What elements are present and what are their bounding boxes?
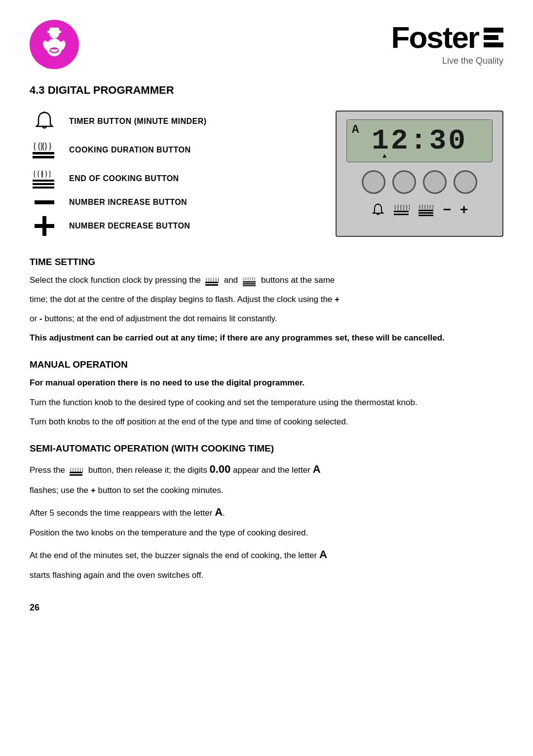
plus-icon [30, 215, 59, 237]
semi-auto-p4: Position the two knobs on the temperatur… [30, 526, 503, 540]
svg-text:}}}: }}} [39, 141, 52, 151]
section-title: DIGITAL PROGRAMMER [48, 84, 174, 96]
panel-minus-sym[interactable]: − [443, 202, 451, 218]
svg-rect-14 [33, 180, 54, 182]
panel-plus-sym[interactable]: + [460, 202, 468, 218]
svg-text:{{{}}}: {{{}}} [419, 203, 434, 209]
svg-rect-16 [33, 187, 54, 189]
brand-decoration [484, 28, 503, 47]
semi-auto-title: SEMI-AUTOMATIC OPERATION (WITH COOKING T… [30, 443, 503, 454]
panel-button-3[interactable] [423, 170, 447, 194]
lcd-display: A ▲ 12:30 [346, 119, 493, 162]
time-setting-section: TIME SETTING Select the clock function c… [30, 257, 503, 345]
time-setting-p2: time; the dot at the centre of the displ… [30, 293, 503, 307]
bell-icon [30, 111, 59, 132]
svg-rect-37 [70, 474, 82, 476]
svg-text:{{{}}}: {{{}}} [205, 277, 219, 282]
panel-flame1-icon: {{{}}} [394, 203, 410, 217]
svg-rect-36 [70, 472, 82, 473]
svg-text:{{{}}}: {{{}}} [394, 204, 410, 211]
flame2-icon: {{{ }}} [30, 168, 59, 189]
svg-rect-23 [394, 214, 409, 215]
svg-rect-19 [42, 216, 46, 236]
panel-bell-icon [371, 203, 385, 217]
svg-rect-33 [243, 283, 256, 285]
legend-item-timer: TIMER BUTTON (MINUTE MINDER) [30, 111, 316, 132]
legend-item-duration: {{{ }}} COOKING DURATION BUTTON [30, 139, 316, 161]
semi-auto-p3: After 5 seconds the time reappears with … [30, 503, 503, 521]
panel-flame2-icon: {{{}}} [419, 203, 434, 217]
brand-tagline: Live the Quality [442, 56, 503, 66]
legend-text-timer: TIMER BUTTON (MINUTE MINDER) [69, 117, 207, 126]
time-setting-warning: This adjustment can be carried out at an… [30, 331, 503, 345]
minus-icon [30, 196, 59, 208]
svg-rect-29 [205, 282, 218, 283]
foster-brand: Foster Live the Quality [391, 20, 503, 66]
page-number: 26 [30, 603, 503, 613]
semi-auto-flame-icon: {{{}}} [70, 465, 83, 476]
panel-button-2[interactable] [392, 170, 416, 194]
svg-rect-27 [419, 215, 433, 216]
semi-auto-section: SEMI-AUTOMATIC OPERATION (WITH COOKING T… [30, 443, 503, 583]
svg-rect-22 [394, 211, 409, 212]
section-number: 4.3 [30, 84, 45, 96]
inline-flame1-icon: {{{}}} [205, 275, 219, 286]
semi-auto-p1: Press the {{{}}} button, then release it… [30, 460, 503, 478]
panel-buttons-row [362, 170, 477, 194]
svg-text:{{{}}}: {{{}}} [243, 276, 256, 281]
svg-rect-26 [419, 212, 433, 214]
svg-rect-34 [243, 285, 256, 286]
legend-item-endcook: {{{ }}} END OF COOKING BUTTON [30, 168, 316, 189]
time-setting-p3: or - buttons; at the end of adjustment t… [30, 312, 503, 326]
svg-rect-30 [205, 284, 218, 286]
programmer-grid: TIMER BUTTON (MINUTE MINDER) {{{ }}} COO… [30, 111, 503, 237]
panel-button-4[interactable] [454, 170, 477, 194]
brand-logo-circle [30, 20, 79, 69]
time-setting-title: TIME SETTING [30, 257, 503, 267]
lcd-triangle-symbol: ▲ [382, 152, 388, 160]
svg-rect-17 [35, 200, 54, 204]
legend-text-endcook: END OF COOKING BUTTON [69, 174, 179, 183]
manual-operation-p2: Turn both knobs to the off position at t… [30, 415, 503, 429]
semi-auto-p6: starts flashing again and the oven switc… [30, 568, 503, 583]
lcd-a-label: A [352, 123, 361, 136]
svg-rect-15 [33, 183, 54, 185]
svg-rect-32 [243, 281, 256, 283]
svg-rect-25 [419, 210, 433, 211]
manual-operation-p1: Turn the function knob to the desired ty… [30, 396, 503, 410]
semi-auto-p5: At the end of the minutes set, the buzze… [30, 545, 503, 564]
legend-text-decrease: NUMBER DECREASE BUTTON [69, 222, 190, 230]
svg-text:{{{}}}: {{{}}} [70, 467, 83, 472]
manual-operation-section: MANUAL OPERATION For manual operation th… [30, 359, 503, 430]
inline-flame2-icon: {{{}}} [243, 275, 257, 286]
panel-button-1[interactable] [362, 170, 385, 194]
semi-auto-p2: flashes; use the + button to set the coo… [30, 484, 503, 498]
svg-text:}}}: }}} [40, 170, 52, 178]
svg-rect-11 [33, 156, 54, 158]
svg-rect-10 [33, 152, 54, 154]
page-header: Foster Live the Quality [30, 20, 503, 69]
manual-operation-subtitle: For manual operation there is no need to… [30, 376, 503, 390]
legend-list: TIMER BUTTON (MINUTE MINDER) {{{ }}} COO… [30, 111, 316, 237]
flame1-icon: {{{ }}} [30, 139, 59, 161]
legend-text-duration: COOKING DURATION BUTTON [69, 146, 190, 154]
panel-bottom-row: {{{}}} {{{}}} − + [371, 202, 468, 218]
time-setting-p1: Select the clock function clock by press… [30, 273, 503, 288]
legend-item-increase: NUMBER INCREASE BUTTON [30, 196, 316, 208]
display-panel: A ▲ 12:30 {{{}}} [336, 111, 503, 237]
manual-operation-title: MANUAL OPERATION [30, 359, 503, 370]
legend-text-increase: NUMBER INCREASE BUTTON [69, 198, 187, 207]
brand-name-text: Foster [391, 20, 479, 55]
section-heading: 4.3 DIGITAL PROGRAMMER [30, 84, 503, 97]
legend-item-decrease: NUMBER DECREASE BUTTON [30, 215, 316, 237]
svg-rect-2 [47, 31, 61, 33]
